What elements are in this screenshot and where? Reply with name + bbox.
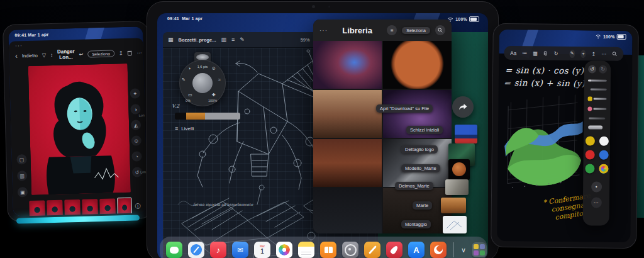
drag-item-thumb-montaggio[interactable] xyxy=(443,216,467,233)
brush-wheel-knob[interactable] xyxy=(192,73,213,93)
more-icon[interactable]: ··· xyxy=(136,50,142,55)
dock-chevron-icon[interactable]: ∨ xyxy=(461,246,466,254)
dock-icon-music[interactable]: ♪ xyxy=(210,242,226,258)
dock-icon-photos[interactable] xyxy=(276,242,292,258)
undo-button[interactable]: ↺ xyxy=(588,65,596,73)
swatch-blue[interactable] xyxy=(599,150,608,160)
filmstrip-thumb[interactable] xyxy=(82,199,98,216)
share-icon[interactable]: ↥ xyxy=(119,50,123,56)
filmstrip-thumb[interactable] xyxy=(47,200,63,216)
library-photo[interactable] xyxy=(313,90,382,138)
sketch-doc-title[interactable]: Bozzetti_proge... xyxy=(179,37,216,43)
info-icon[interactable]: ⓘ xyxy=(135,202,140,210)
timer-icon[interactable]: ◔ xyxy=(131,151,142,161)
tool-eraser[interactable] xyxy=(587,125,606,129)
dock-icon-mail[interactable]: ✉ xyxy=(232,242,248,258)
drag-item-label[interactable]: Modello_Marte xyxy=(401,164,440,172)
dock-icon-safari[interactable] xyxy=(188,242,204,258)
swatch-green[interactable] xyxy=(585,164,594,173)
filmstrip-thumb-selected[interactable] xyxy=(117,198,132,216)
library-menu-icon[interactable]: ··· xyxy=(319,27,328,34)
effects-icon[interactable]: ✦ xyxy=(130,88,140,98)
dock-icon-rocket-app[interactable] xyxy=(386,242,402,258)
drag-item-label[interactable]: Dettaglio logo xyxy=(401,145,438,154)
share-forward-button[interactable] xyxy=(452,96,474,118)
dock-icon-calendar[interactable]: Mar 1 xyxy=(254,242,270,258)
adjust-icon[interactable]: ▥ xyxy=(17,171,27,181)
pen-mode-icon[interactable]: ✎ xyxy=(569,50,575,58)
filmstrip-thumb[interactable] xyxy=(64,199,80,216)
library-filter-icon[interactable]: ≡ xyxy=(387,25,397,35)
drag-item-thumb-mars[interactable] xyxy=(448,159,470,180)
tool-pencil[interactable] xyxy=(587,116,606,120)
exposure-icon[interactable]: ⊙ xyxy=(131,135,142,145)
grid-view-icon[interactable]: ▥ xyxy=(221,36,227,43)
dock-icon-books[interactable] xyxy=(320,242,336,258)
drag-item-label[interactable]: Deimos_Marte xyxy=(395,182,433,190)
drag-item-thumb-sticker[interactable] xyxy=(455,125,477,143)
library-photo[interactable] xyxy=(313,188,382,233)
swatch-yellow[interactable] xyxy=(585,136,594,145)
dock-icon-drawing-app[interactable] xyxy=(364,242,380,258)
dock-icon-playgrounds[interactable] xyxy=(430,242,447,258)
crop-icon[interactable]: ▢ xyxy=(16,154,26,164)
library-search-icon[interactable] xyxy=(435,25,445,35)
swatch-white[interactable] xyxy=(599,137,608,146)
layers-control[interactable]: ≡ Livelli xyxy=(175,125,194,132)
tool-marker-pink[interactable] xyxy=(587,106,606,111)
brush-wheel[interactable]: 1,6 pts ✎ ≈ ◑ ⊙ ▭ ✚ 0% 100% xyxy=(179,60,226,106)
pen-tool-icon[interactable]: ✎ xyxy=(240,36,245,43)
left-select-button[interactable]: Seleziona xyxy=(87,50,114,57)
brush-slider[interactable] xyxy=(175,113,240,120)
wheel-shape-icon[interactable]: ▭ xyxy=(188,93,192,98)
tool-highlighter-yellow[interactable] xyxy=(588,96,607,101)
redo-button[interactable]: ↻ xyxy=(599,65,607,74)
open-in-files-label[interactable]: Apri "Download" su File xyxy=(376,104,433,113)
rail-more-button[interactable]: ⋯ xyxy=(591,197,601,208)
paperclip-icon[interactable] xyxy=(543,50,548,56)
wheel-fill-icon[interactable]: ◑ xyxy=(188,66,191,70)
share-icon[interactable]: ↥ xyxy=(592,51,596,57)
library-select-button[interactable]: Seleziona xyxy=(402,27,430,34)
filter-icon[interactable]: ▽ xyxy=(42,52,46,58)
dock-icon-messages[interactable] xyxy=(166,242,182,258)
more-icon[interactable]: ⋯ xyxy=(601,51,606,57)
tool-pen[interactable] xyxy=(588,79,607,82)
dock-icon-settings[interactable] xyxy=(342,242,358,258)
swatch-red[interactable] xyxy=(585,150,594,159)
color-wheel-icon[interactable]: ◑ xyxy=(130,104,140,114)
wheel-eyedrop-icon[interactable]: ⊙ xyxy=(212,66,216,71)
wheel-smudge-icon[interactable]: ≈ xyxy=(218,77,221,82)
window-handle-icon[interactable]: ··· xyxy=(15,42,23,48)
filmstrip-thumb[interactable] xyxy=(99,198,116,216)
curves-icon[interactable]: ◭ xyxy=(131,120,141,130)
tool-monoline[interactable] xyxy=(588,87,607,91)
text-style-button[interactable]: Aa xyxy=(510,50,516,56)
redo-icon[interactable]: ↻ xyxy=(554,50,558,56)
dock-icon-notes[interactable] xyxy=(298,242,314,258)
zoom-level[interactable]: 59% xyxy=(301,37,310,43)
search-icon[interactable] xyxy=(612,52,617,57)
trash-icon[interactable] xyxy=(127,50,132,55)
gallery-icon[interactable]: ▦ xyxy=(168,36,174,43)
wheel-add-icon[interactable]: ✚ xyxy=(212,93,216,98)
dock-icon-app-store[interactable]: A xyxy=(408,242,425,258)
library-photo[interactable] xyxy=(383,41,452,89)
stroke-size-button[interactable]: • xyxy=(591,181,602,192)
back-button[interactable]: Indietro xyxy=(22,52,38,59)
drag-item-thumb-deimos[interactable] xyxy=(445,179,469,195)
library-photo[interactable] xyxy=(313,41,382,89)
table-icon[interactable]: ▦ xyxy=(533,50,538,56)
back-chevron-icon[interactable]: ‹ xyxy=(15,52,18,59)
checklist-icon[interactable]: ≔ xyxy=(522,50,527,56)
drag-item-label[interactable]: Marte xyxy=(413,201,432,210)
dock-app-library[interactable] xyxy=(472,242,487,257)
filmstrip-thumb[interactable] xyxy=(29,200,45,216)
left-photo-canvas[interactable] xyxy=(28,64,131,195)
swatch-multicolor[interactable] xyxy=(599,164,608,174)
add-icon[interactable]: + xyxy=(580,50,586,58)
media-icon[interactable]: ▣ xyxy=(18,187,28,197)
drag-item-label[interactable]: Montaggio xyxy=(401,220,431,228)
undo-icon[interactable]: ↩ xyxy=(79,51,84,57)
drag-item-label[interactable]: Schizzi iniziali xyxy=(406,126,443,134)
